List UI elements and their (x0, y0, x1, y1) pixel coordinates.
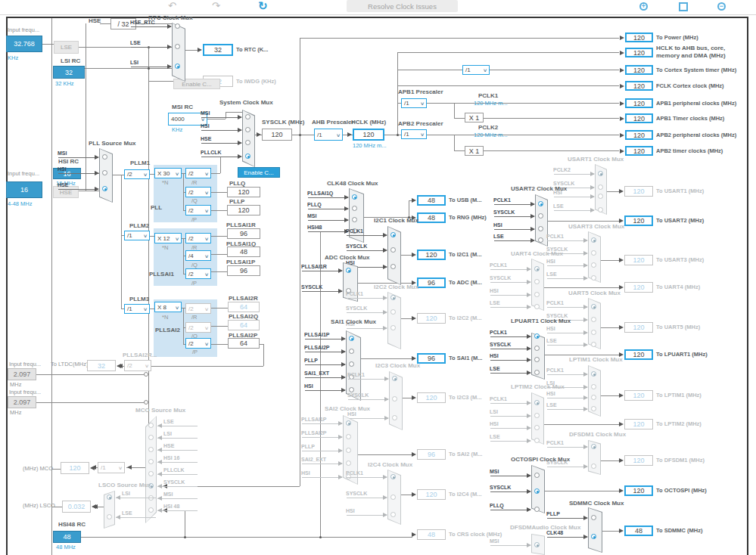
cortex-timer-out[interactable]: 120 (625, 65, 653, 75)
radio-selected[interactable] (346, 268, 351, 273)
redo-icon[interactable]: ↷ (212, 1, 220, 11)
pllm1-div[interactable]: /2∨ (124, 169, 150, 179)
usart1-out-label: To USART1 (MHz) (656, 188, 704, 194)
radio-option[interactable] (538, 237, 543, 243)
pll-p[interactable]: /2∨ (185, 205, 211, 215)
fit-view-icon[interactable] (679, 2, 688, 11)
radio-option[interactable] (245, 114, 250, 119)
pllsai2p-box[interactable]: 64 (228, 338, 260, 349)
pll-r[interactable]: /2∨ (185, 168, 211, 178)
apb1-prescaler[interactable]: /1∨ (401, 98, 427, 108)
radio-option[interactable] (352, 206, 357, 211)
usb-out[interactable]: 48 (417, 195, 446, 206)
radio-option[interactable] (245, 127, 250, 132)
radio-option[interactable] (102, 170, 107, 175)
ahb-prescaler[interactable]: /1∨ (314, 129, 343, 141)
radio-option[interactable] (349, 387, 354, 392)
radio-option[interactable] (390, 247, 396, 253)
pllsai2-n[interactable]: X 8∨ (154, 302, 182, 312)
radio-selected[interactable] (245, 153, 250, 159)
radio-option[interactable] (245, 140, 250, 145)
pllm2-div[interactable]: /1∨ (124, 231, 150, 240)
radio-option[interactable] (175, 44, 180, 49)
pllm3-div[interactable]: /1∨ (124, 304, 150, 314)
hsi48-rc[interactable]: 48 (53, 531, 81, 543)
pllsai2-p[interactable]: /2∨ (185, 338, 211, 349)
radio-selected[interactable] (390, 232, 396, 237)
wire (601, 327, 620, 328)
sysclk-box[interactable]: 120 (262, 129, 292, 141)
lpuart1-out[interactable]: 120 (624, 349, 653, 360)
radio-selected[interactable] (534, 488, 540, 494)
pllq-box[interactable]: 120 (227, 187, 260, 197)
pllp-box[interactable]: 120 (227, 205, 260, 215)
usart2-out[interactable]: 120 (624, 215, 653, 226)
apb1-periph-out[interactable]: 120 (625, 98, 653, 108)
pll-p-value: /2 (188, 207, 194, 214)
apb1-timer-out[interactable]: 120 (625, 113, 653, 123)
radio-option[interactable] (534, 370, 540, 375)
octospi-out[interactable]: 120 (624, 485, 653, 496)
radio-selected[interactable] (349, 336, 354, 341)
fclk-out[interactable]: 120 (625, 81, 653, 91)
hse-input-freq[interactable]: 16 (6, 181, 42, 198)
radio-option[interactable] (534, 357, 540, 362)
sai1-out[interactable]: 96 (417, 353, 446, 364)
apb1-x1[interactable]: X 1 (465, 113, 484, 122)
undo-icon[interactable]: ↶ (168, 1, 176, 11)
radio-option[interactable] (591, 515, 596, 520)
rng-out[interactable]: 48 (417, 212, 446, 223)
radio-option[interactable] (390, 264, 396, 269)
pll-n[interactable]: X 30∨ (154, 168, 182, 178)
radio-option[interactable] (534, 346, 540, 351)
radio-option[interactable] (352, 217, 357, 222)
radio-selected[interactable] (538, 201, 543, 206)
radio-option[interactable] (538, 226, 543, 231)
sdmmc-out[interactable]: 48 (624, 526, 653, 536)
adc-out[interactable]: 96 (417, 278, 446, 288)
lsi-rc[interactable]: 32 (53, 66, 85, 79)
wire (547, 240, 587, 241)
radio-option[interactable] (349, 361, 354, 367)
apb2-timer-out[interactable]: 120 (625, 146, 653, 156)
radio-option[interactable] (102, 154, 107, 160)
power-out[interactable]: 120 (625, 33, 653, 42)
refresh-icon[interactable]: ↻ (258, 0, 268, 11)
apb2-x1[interactable]: X 1 (465, 146, 484, 156)
radio-selected[interactable] (352, 194, 357, 200)
radio-option[interactable] (175, 23, 180, 29)
radio-option[interactable] (349, 349, 354, 354)
radio-selected[interactable] (175, 64, 180, 69)
cortex-prescaler[interactable]: /1∨ (462, 65, 490, 75)
pllsai1q-box[interactable]: 48 (227, 246, 260, 257)
pllsai1-r[interactable]: /2∨ (185, 233, 211, 243)
radio-selected[interactable] (591, 534, 596, 539)
zoom-in-icon[interactable]: + (639, 2, 648, 11)
wire-arrow (583, 535, 588, 539)
mco-source-mux-input-lsi: LSI (163, 431, 172, 436)
radio-selected[interactable] (102, 186, 107, 191)
pllsai1r-box[interactable]: 96 (227, 228, 260, 239)
radio-selected[interactable] (534, 333, 540, 339)
apb2-periph-out[interactable]: 120 (625, 130, 653, 140)
mco-div-value: /1 (101, 464, 106, 471)
i2c1-out[interactable]: 120 (417, 250, 446, 260)
wire-arrow (383, 296, 387, 300)
hclk-ahb-out[interactable]: 120 (625, 48, 653, 57)
pllsai1-q[interactable]: /4∨ (185, 250, 211, 261)
zoom-out-icon[interactable]: − (717, 2, 726, 11)
apb2-prescaler[interactable]: /1∨ (401, 129, 427, 139)
pllsai1-n[interactable]: X 12∨ (154, 233, 182, 243)
radio-option[interactable] (534, 507, 540, 512)
hclk-box[interactable]: 120 (353, 129, 384, 141)
radio-option[interactable] (534, 473, 540, 478)
enable-css[interactable]: Enable C... (238, 167, 280, 178)
pllsai1p-box[interactable]: 96 (227, 265, 260, 276)
rtc-out[interactable]: 32 (203, 44, 233, 56)
lse-input-freq[interactable]: 32.768 (6, 36, 42, 52)
text-label: MSI RC (172, 104, 193, 110)
radio-option[interactable] (538, 213, 543, 219)
pll-q[interactable]: /2∨ (185, 187, 211, 197)
pllsai1-p[interactable]: /2∨ (185, 268, 211, 279)
lptim2-clock-mux-title: LPTIM2 Clock Mux (511, 384, 565, 390)
